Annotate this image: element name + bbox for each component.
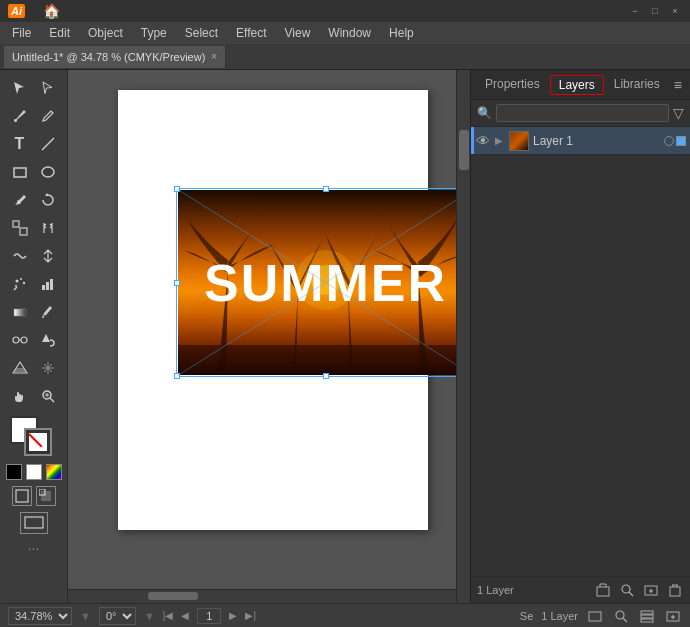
svg-rect-47 bbox=[641, 619, 653, 622]
selection-tool[interactable] bbox=[6, 74, 34, 102]
paintbrush-tool[interactable] bbox=[6, 186, 34, 214]
title-bar: Ai 🏠 − □ × bbox=[0, 0, 690, 22]
tab-libraries[interactable]: Libraries bbox=[604, 73, 670, 97]
menu-window[interactable]: Window bbox=[320, 24, 379, 42]
close-button[interactable]: × bbox=[668, 4, 682, 18]
menu-file[interactable]: File bbox=[4, 24, 39, 42]
layer-visibility-eye[interactable]: 👁 bbox=[475, 133, 491, 149]
ellipse-tool[interactable] bbox=[34, 158, 62, 186]
find-layer-icon[interactable] bbox=[618, 581, 636, 599]
next-artboard-button[interactable]: ▶| bbox=[245, 610, 256, 621]
pen-tool[interactable] bbox=[6, 102, 34, 130]
eyedropper-tool[interactable] bbox=[34, 298, 62, 326]
tab-layers[interactable]: Layers bbox=[550, 75, 604, 95]
maximize-button[interactable]: □ bbox=[648, 4, 662, 18]
search-input[interactable] bbox=[496, 104, 669, 122]
black-swatch[interactable] bbox=[6, 464, 22, 480]
layer-selection-square[interactable] bbox=[676, 136, 686, 146]
svg-rect-6 bbox=[20, 228, 27, 235]
status-add-icon[interactable] bbox=[664, 607, 682, 625]
normal-draw-mode[interactable] bbox=[12, 486, 32, 506]
none-swatch[interactable] bbox=[46, 464, 62, 480]
status-layers-panel-icon[interactable] bbox=[638, 607, 656, 625]
zoom-select[interactable]: 34.78% bbox=[8, 607, 72, 625]
artboard-number-input[interactable] bbox=[197, 608, 221, 624]
reflect-tool[interactable] bbox=[34, 214, 62, 242]
perspective-grid-tool[interactable] bbox=[6, 354, 34, 382]
layer-item[interactable]: 👁 ▶ Layer 1 bbox=[471, 127, 690, 155]
rectangle-tool[interactable] bbox=[6, 158, 34, 186]
artwork[interactable]: SUMMER bbox=[178, 190, 470, 375]
rotate-tool[interactable] bbox=[34, 186, 62, 214]
screen-mode-area bbox=[20, 512, 48, 534]
graph-tool[interactable] bbox=[34, 270, 62, 298]
mesh-tool[interactable] bbox=[34, 354, 62, 382]
tab-properties[interactable]: Properties bbox=[475, 73, 550, 97]
warp-tool[interactable] bbox=[6, 242, 34, 270]
title-bar-left: Ai 🏠 bbox=[8, 3, 60, 19]
tool-row-blend bbox=[0, 326, 67, 354]
tool-row-pen bbox=[0, 102, 67, 130]
rotation-select[interactable]: 0° bbox=[99, 607, 136, 625]
menu-type[interactable]: Type bbox=[133, 24, 175, 42]
delete-layer-icon[interactable] bbox=[666, 581, 684, 599]
vertical-scrollbar[interactable] bbox=[456, 70, 470, 603]
filter-icon[interactable]: ▽ bbox=[673, 105, 684, 121]
svg-rect-13 bbox=[50, 279, 53, 290]
status-info: Se bbox=[520, 610, 533, 622]
symbol-sprayer-tool[interactable] bbox=[6, 270, 34, 298]
gradient-tool[interactable] bbox=[6, 298, 34, 326]
menu-edit[interactable]: Edit bbox=[41, 24, 78, 42]
layer-target-circle[interactable] bbox=[664, 136, 674, 146]
screen-mode-button[interactable] bbox=[20, 512, 48, 534]
more-tools-button[interactable]: ··· bbox=[28, 540, 40, 556]
line-tool[interactable] bbox=[34, 130, 62, 158]
live-paint-bucket[interactable] bbox=[34, 326, 62, 354]
pencil-tool[interactable] bbox=[34, 102, 62, 130]
stroke-color[interactable] bbox=[24, 428, 52, 456]
blend-tool[interactable] bbox=[6, 326, 34, 354]
horizontal-scroll-thumb[interactable] bbox=[148, 592, 198, 600]
document-tab[interactable]: Untitled-1* @ 34.78 % (CMYK/Preview) × bbox=[4, 46, 226, 68]
next-artboard-step[interactable]: ▶ bbox=[229, 610, 237, 621]
tool-row-zoom bbox=[0, 382, 67, 410]
status-sep-1: ▼ bbox=[80, 610, 91, 622]
direct-selection-tool[interactable] bbox=[34, 74, 62, 102]
status-sep-2: ▼ bbox=[144, 610, 155, 622]
left-toolbar: T bbox=[0, 70, 68, 603]
panel-menu-button[interactable]: ≡ bbox=[670, 75, 686, 95]
status-search-icon[interactable] bbox=[612, 607, 630, 625]
layer-options bbox=[664, 136, 686, 146]
svg-rect-5 bbox=[13, 221, 19, 227]
white-swatch[interactable] bbox=[26, 464, 42, 480]
panel-tabs: Properties Layers Libraries ≡ bbox=[471, 70, 690, 100]
menu-view[interactable]: View bbox=[277, 24, 319, 42]
prev-artboard-step[interactable]: ◀ bbox=[181, 610, 189, 621]
prev-artboard-button[interactable]: |◀ bbox=[163, 610, 174, 621]
layer-expand-arrow[interactable]: ▶ bbox=[495, 135, 505, 146]
menu-select[interactable]: Select bbox=[177, 24, 226, 42]
add-layer-icon[interactable] bbox=[642, 581, 660, 599]
status-layer-count: 1 Layer bbox=[541, 610, 578, 622]
make-sublayer-icon[interactable] bbox=[594, 581, 612, 599]
horizontal-scrollbar[interactable] bbox=[68, 589, 456, 603]
menu-object[interactable]: Object bbox=[80, 24, 131, 42]
type-tool[interactable]: T bbox=[6, 130, 34, 158]
hand-tool[interactable] bbox=[6, 382, 34, 410]
svg-rect-12 bbox=[46, 282, 49, 290]
status-make-layer-icon[interactable] bbox=[586, 607, 604, 625]
menu-help[interactable]: Help bbox=[381, 24, 422, 42]
minimize-button[interactable]: − bbox=[628, 4, 642, 18]
menu-effect[interactable]: Effect bbox=[228, 24, 274, 42]
vertical-scroll-thumb[interactable] bbox=[459, 130, 469, 170]
tab-close-button[interactable]: × bbox=[211, 51, 217, 62]
zoom-tool[interactable] bbox=[34, 382, 62, 410]
fill-stroke-area bbox=[10, 416, 58, 456]
search-icon: 🔍 bbox=[477, 106, 492, 120]
canvas-area[interactable]: SUMMER bbox=[68, 70, 470, 603]
width-tool[interactable] bbox=[34, 242, 62, 270]
draw-behind-mode[interactable] bbox=[36, 486, 56, 506]
scale-tool[interactable] bbox=[6, 214, 34, 242]
home-icon[interactable]: 🏠 bbox=[43, 3, 60, 19]
status-bar: 34.78% ▼ 0° ▼ |◀ ◀ ▶ ▶| Se 1 Layer bbox=[0, 603, 690, 627]
